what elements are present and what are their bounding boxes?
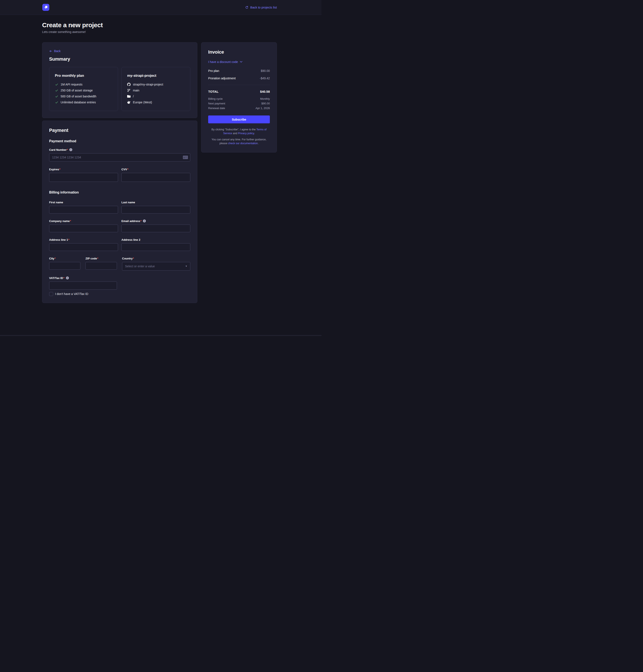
address1-input[interactable] <box>49 243 118 251</box>
plan-feature: 1M API requests <box>55 83 112 86</box>
label-text: Company name <box>49 219 70 223</box>
address2-label: Address line 2 <box>121 238 190 241</box>
expires-input[interactable] <box>49 173 118 182</box>
city-zip-country-row: City* ZIP code* Country* <box>49 257 190 271</box>
plan-feature: 250 GB of asset storage <box>55 88 112 93</box>
info-icon[interactable]: i <box>69 148 72 151</box>
no-vat-label: I don't have a VAT/Tax ID <box>55 292 88 296</box>
label-text: CVV <box>121 168 127 171</box>
next-payment-row: Next payment $90.00 <box>208 102 270 105</box>
strapi-logo-icon <box>42 4 49 11</box>
globe-icon <box>127 100 131 104</box>
invoice-row-value: $90.00 <box>261 69 270 73</box>
plan-card: Pro monthly plan 1M API requests <box>49 67 118 111</box>
no-vat-checkbox[interactable] <box>49 292 53 296</box>
card-number-input-wrap <box>49 153 190 161</box>
expires-field: Expires* <box>49 168 118 182</box>
discount-code-toggle[interactable]: I have a discount code <box>208 60 242 63</box>
card-number-input[interactable] <box>49 153 190 161</box>
payment-card: Payment Payment method Card Number* i <box>42 121 197 303</box>
billing-cycle-row: Billing cycle Monthly <box>208 97 270 100</box>
detail-label: Billing cycle <box>208 97 223 100</box>
project-repo-row: strapi/my-strapi-project <box>127 83 184 86</box>
detail-value: $90.00 <box>261 102 270 105</box>
legal-text: By clicking "Subscribe", I agree to the <box>211 128 256 131</box>
invoice-row-label: Proration adjustment <box>208 76 235 80</box>
plan-feature-list: 1M API requests 250 GB of asset storage <box>55 83 112 105</box>
required-asterisk: * <box>70 219 71 223</box>
plan-feature-label: Unlimited database entries <box>61 100 96 105</box>
last-name-field: Last name <box>121 201 190 214</box>
cancel-legal-text: You can cancel any time. For further gui… <box>208 137 270 145</box>
required-asterisk: * <box>59 168 60 171</box>
address-row: Address line 1* Address line 2 <box>49 238 190 251</box>
company-field: Company name* <box>49 219 118 232</box>
required-asterisk: * <box>97 257 98 260</box>
check-icon <box>55 95 58 98</box>
info-icon[interactable]: i <box>143 219 146 223</box>
documentation-link[interactable]: check our documentation <box>228 142 258 145</box>
required-asterisk: * <box>140 219 142 223</box>
credit-card-icon <box>183 155 188 159</box>
github-icon <box>127 83 131 86</box>
label-text: VAT/Tax ID <box>49 276 63 280</box>
country-select[interactable]: Select or enter a value ▼ <box>122 262 190 271</box>
required-asterisk: * <box>128 168 129 171</box>
label-text: Address line 2 <box>121 238 140 241</box>
card-number-field: Card Number* i <box>49 148 190 161</box>
company-input[interactable] <box>49 225 118 232</box>
back-to-projects-link[interactable]: Back to projects list <box>245 6 277 9</box>
project-card: my-strapi-project strapi/my-strapi-proje… <box>121 67 190 111</box>
strapi-logo[interactable] <box>42 4 49 11</box>
address2-input[interactable] <box>121 243 190 251</box>
label-text: Card Number <box>49 148 66 152</box>
plan-feature-label: 250 GB of asset storage <box>61 88 93 93</box>
return-icon <box>245 6 248 9</box>
last-name-input[interactable] <box>121 206 190 214</box>
top-nav: Back to projects list <box>0 0 322 15</box>
first-name-input[interactable] <box>49 206 118 214</box>
email-input[interactable] <box>121 225 190 232</box>
invoice-row-value: -$49.42 <box>260 76 270 80</box>
cvv-input[interactable] <box>121 173 190 182</box>
page-subtitle: Lets create something awesome! <box>42 30 277 34</box>
country-label: Country* <box>122 257 190 260</box>
no-vat-checkbox-row[interactable]: I don't have a VAT/Tax ID <box>49 292 190 296</box>
cvv-field: CVV* <box>121 168 190 182</box>
zip-input[interactable] <box>85 262 117 269</box>
plan-feature-label: 500 GB of asset bandwidth <box>61 94 96 98</box>
name-row: First name Last name <box>49 201 190 214</box>
info-icon[interactable]: i <box>66 276 69 279</box>
company-email-row: Company name* Email address* i <box>49 219 190 232</box>
project-detail-list: strapi/my-strapi-project main <box>127 83 184 105</box>
detail-value: Apr 1, 2026 <box>256 107 270 110</box>
city-input[interactable] <box>49 262 80 269</box>
legal-text: . <box>254 132 255 135</box>
plan-feature: 500 GB of asset bandwidth <box>55 94 112 98</box>
total-value: $40.58 <box>260 90 270 93</box>
billing-info-title: Billing information <box>49 191 190 194</box>
legal-text: . <box>258 142 258 145</box>
vat-input[interactable] <box>49 281 117 290</box>
check-icon <box>55 83 58 86</box>
invoice-details: Billing cycle Monthly Next payment $90.0… <box>208 97 270 110</box>
project-branch-row: main <box>127 88 184 93</box>
check-icon <box>55 100 58 104</box>
detail-label: Renewal date <box>208 107 225 110</box>
country-field: Country* Select or enter a value ▼ <box>122 257 190 271</box>
detail-label: Next payment <box>208 102 225 105</box>
back-link[interactable]: Back <box>49 49 61 53</box>
label-text: Last name <box>121 201 135 204</box>
total-label: TOTAL <box>208 90 219 93</box>
invoice-divider <box>208 85 270 85</box>
expiry-cvv-row: Expires* CVV* <box>49 168 190 182</box>
country-placeholder: Select or enter a value <box>125 265 155 268</box>
legal-text: and <box>232 132 238 135</box>
subscribe-button[interactable]: Subscribe <box>208 116 270 123</box>
invoice-card: Invoice I have a discount code Pro plan … <box>201 42 277 153</box>
vat-label: VAT/Tax ID* i <box>49 276 117 280</box>
project-branch-label: main <box>133 88 139 93</box>
privacy-policy-link[interactable]: Privacy policy <box>238 132 254 135</box>
address1-label: Address line 1* <box>49 238 118 241</box>
address1-field: Address line 1* <box>49 238 118 251</box>
